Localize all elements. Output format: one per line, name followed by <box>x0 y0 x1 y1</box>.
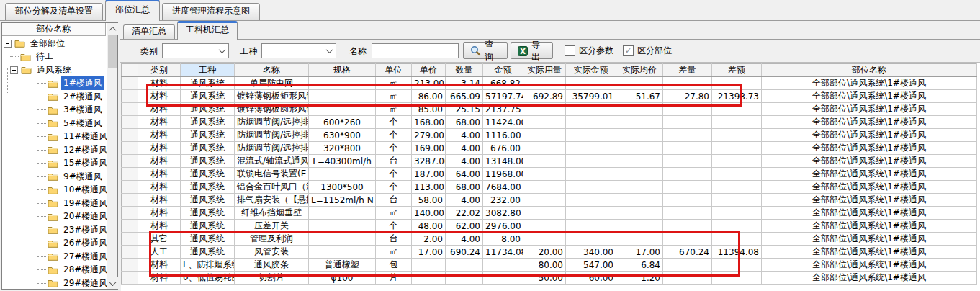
table-cell[interactable]: 防烟调节阀/远控排烟阀 <box>235 142 309 155</box>
table-cell[interactable]: 材料 <box>138 194 181 207</box>
tree-node[interactable]: 29#楼通风 <box>2 277 107 289</box>
table-cell[interactable]: 防烟调节阀/远控排烟阀 <box>235 116 309 129</box>
table-cell[interactable]: 通风系统 <box>181 155 235 168</box>
table-cell[interactable]: 全部部位\通风系统\1#楼通风 <box>762 155 977 168</box>
table-cell[interactable]: 630*900 <box>309 129 376 142</box>
table-cell[interactable] <box>663 194 712 207</box>
table-cell[interactable]: ㎡ <box>376 77 412 90</box>
table-cell[interactable]: 1300*500 <box>309 181 376 194</box>
tree-node[interactable]: 27#楼通风 <box>2 250 107 264</box>
table-cell[interactable] <box>663 77 712 90</box>
table-cell[interactable] <box>712 168 762 181</box>
table-cell[interactable]: 213.00 <box>412 77 446 90</box>
table-cell[interactable]: 人工 <box>138 246 181 259</box>
column-header[interactable]: 实际金额 <box>566 64 616 77</box>
table-cell[interactable] <box>523 129 566 142</box>
tab-part-summary[interactable]: 部位汇总 <box>105 0 160 21</box>
table-cell[interactable]: 全部部位\通风系统\1#楼通风 <box>762 207 977 220</box>
table-cell[interactable]: 防烟调节阀/远控排烟阀 <box>235 129 309 142</box>
table-cell[interactable]: 全部部位\通风系统\1#楼通风 <box>762 90 977 103</box>
table-cell[interactable]: 材料 <box>138 155 181 168</box>
table-cell[interactable]: 85.00 <box>412 103 446 116</box>
table-cell[interactable]: 风管安装 <box>235 246 309 259</box>
table-cell[interactable] <box>712 272 762 285</box>
tab-part-breakdown-settings[interactable]: 部位分解及清单设置 <box>5 3 103 20</box>
table-cell[interactable] <box>309 246 376 259</box>
row-indicator[interactable] <box>122 129 138 142</box>
table-cell[interactable]: 340.00 <box>566 246 616 259</box>
table-cell[interactable] <box>663 207 712 220</box>
table-cell[interactable] <box>616 168 663 181</box>
table-cell[interactable]: 通风系统 <box>181 77 235 90</box>
tree-node[interactable]: 28#楼通风 <box>2 264 107 277</box>
table-cell[interactable] <box>566 142 616 155</box>
table-cell[interactable]: -27.80 <box>663 90 712 103</box>
table-cell[interactable]: 68.00 <box>446 116 483 129</box>
table-cell[interactable]: 全部部位\通风系统\1#楼通风 <box>762 259 977 272</box>
table-cell[interactable]: 全部部位\通风系统\1#楼通风 <box>762 246 977 259</box>
table-cell[interactable]: 2.00 <box>412 233 446 246</box>
table-cell[interactable]: 2976.00 <box>483 220 523 233</box>
table-cell[interactable] <box>616 116 663 129</box>
row-indicator[interactable] <box>122 220 138 233</box>
table-cell[interactable]: 其它 <box>138 233 181 246</box>
table-cell[interactable]: 11424.00 <box>483 116 523 129</box>
row-indicator[interactable] <box>122 181 138 194</box>
table-cell[interactable]: 35799.01 <box>566 90 616 103</box>
table-cell[interactable]: 材料 <box>138 90 181 103</box>
table-cell[interactable]: 切割片 <box>235 272 309 285</box>
table-cell[interactable]: 材料 <box>138 220 181 233</box>
tree-node[interactable]: 19#楼通风 <box>2 197 107 210</box>
table-cell[interactable] <box>523 77 566 90</box>
row-indicator[interactable] <box>122 155 138 168</box>
table-cell[interactable] <box>523 116 566 129</box>
table-cell[interactable]: 668.82 <box>483 77 523 90</box>
table-cell[interactable]: 全部部位\通风系统\1#楼通风 <box>762 272 977 285</box>
table-cell[interactable]: 材料 <box>138 142 181 155</box>
tree-node[interactable]: 2#楼通风 <box>2 90 107 104</box>
tree-node[interactable]: 26#楼通风 <box>2 237 107 251</box>
table-cell[interactable] <box>566 194 616 207</box>
table-cell[interactable] <box>309 103 376 116</box>
table-cell[interactable]: 62.00 <box>446 220 483 233</box>
table-cell[interactable] <box>566 168 616 181</box>
tab-list-summary[interactable]: 清单汇总 <box>123 24 175 39</box>
table-cell[interactable]: 2137.75 <box>483 103 523 116</box>
table-cell[interactable]: 86.00 <box>412 90 446 103</box>
table-cell[interactable] <box>663 168 712 181</box>
search-button[interactable]: 查询 <box>463 42 508 59</box>
collapse-minus-icon[interactable] <box>4 40 12 48</box>
table-cell[interactable] <box>566 116 616 129</box>
tab-labor-material-machine-summary[interactable]: 工料机汇总 <box>177 21 238 40</box>
table-cell[interactable]: 17.00 <box>412 246 446 259</box>
table-cell[interactable] <box>712 220 762 233</box>
table-cell[interactable]: φ100 <box>309 272 376 285</box>
table-cell[interactable]: 168.00 <box>412 116 446 129</box>
table-cell[interactable]: 片 <box>376 272 412 285</box>
table-cell[interactable] <box>309 77 376 90</box>
table-cell[interactable] <box>523 155 566 168</box>
name-input[interactable] <box>372 43 459 58</box>
table-cell[interactable]: 铝合金百叶风口（活 <box>235 181 309 194</box>
table-cell[interactable]: 排气扇安装（【悬挂 <box>235 194 309 207</box>
table-cell[interactable] <box>712 103 762 116</box>
table-cell[interactable]: 通风系统 <box>181 233 235 246</box>
table-cell[interactable]: 普通橡塑 <box>309 259 376 272</box>
table-cell[interactable] <box>663 272 712 285</box>
table-cell[interactable] <box>712 207 762 220</box>
table-cell[interactable]: 个 <box>376 116 412 129</box>
table-cell[interactable]: 665.09 <box>446 90 483 103</box>
table-cell[interactable]: 通风系统 <box>181 246 235 259</box>
table-cell[interactable] <box>616 129 663 142</box>
table-cell[interactable] <box>446 259 483 272</box>
table-cell[interactable] <box>663 103 712 116</box>
table-cell[interactable]: 个 <box>376 142 412 155</box>
table-cell[interactable]: 个 <box>376 129 412 142</box>
table-cell[interactable] <box>663 129 712 142</box>
column-header[interactable]: 金额 <box>483 64 523 77</box>
table-cell[interactable]: 690.24 <box>446 246 483 259</box>
row-indicator[interactable] <box>122 233 138 246</box>
column-header[interactable]: 部位名称 <box>762 64 977 77</box>
table-cell[interactable]: 材料 <box>138 207 181 220</box>
table-cell[interactable]: 材料 <box>138 77 181 90</box>
